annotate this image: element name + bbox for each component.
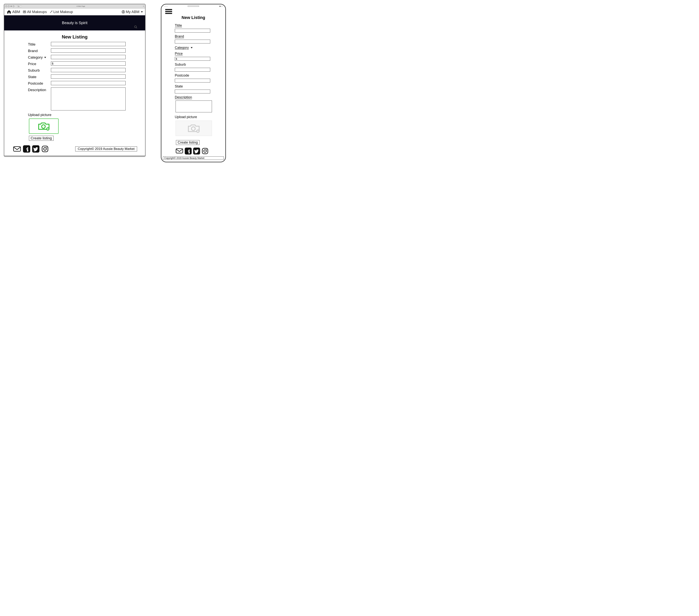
hero-banner: Beauty is Spirit xyxy=(4,15,145,30)
svg-point-4 xyxy=(123,11,124,12)
phone-notch-icon xyxy=(188,5,199,7)
caret-down-icon xyxy=(141,11,143,13)
chrome-back-icon[interactable] xyxy=(5,5,7,7)
svg-point-16 xyxy=(46,147,47,148)
page-title: New Listing xyxy=(9,34,141,40)
create-listing-button[interactable]: Create listing xyxy=(29,136,54,141)
nav-all-makeups-label: All Makeups xyxy=(27,10,47,14)
camera-plus-icon xyxy=(37,121,51,131)
label-title: Titile xyxy=(28,42,51,46)
copyright: Copyright© 2019 Aussie Beauty Market xyxy=(75,146,137,151)
label-category-text: Category xyxy=(28,55,43,59)
list-icon xyxy=(23,10,26,13)
nav-home[interactable]: ABM xyxy=(6,10,20,14)
label-suburb: Suburb xyxy=(175,63,220,67)
search-icon[interactable] xyxy=(134,25,137,30)
label-state: State xyxy=(28,75,51,79)
label-category[interactable]: Category xyxy=(175,46,220,50)
footer: Copyright© 2019 Aussie Beauty Market xyxy=(9,141,141,155)
svg-point-25 xyxy=(204,150,207,152)
instagram-icon[interactable] xyxy=(41,145,49,152)
desktop-browser-window: ✕ http:// A Web Page ≡ ABM All Makeups L… xyxy=(4,4,145,157)
suburb-input[interactable] xyxy=(51,68,126,72)
label-state: State xyxy=(175,84,220,89)
wand-icon xyxy=(50,10,53,13)
label-brand: Brand xyxy=(28,49,51,53)
svg-rect-21 xyxy=(176,149,183,153)
label-description: Description xyxy=(175,95,220,99)
twitter-icon[interactable] xyxy=(32,145,39,152)
user-circle-icon xyxy=(122,10,125,14)
caret-down-icon xyxy=(191,47,193,49)
chrome-menu-icon[interactable]: ≡ xyxy=(140,5,144,7)
nav-list-makeup[interactable]: List Makeup xyxy=(50,10,73,14)
social-row xyxy=(175,148,220,155)
title-input[interactable] xyxy=(175,29,210,32)
label-category-text: Category xyxy=(175,46,189,50)
label-price: Price xyxy=(175,52,220,56)
copyright: Copyright© 2019 Aussie Beauty Market xyxy=(163,156,224,160)
status-time: ––:–– xyxy=(164,5,168,7)
svg-point-15 xyxy=(44,148,46,150)
postcode-input[interactable] xyxy=(51,81,126,85)
mobile-phone-frame: ––:–– ▮▮ ▢ New Listing Titile Brand Cate… xyxy=(161,4,226,162)
state-input[interactable] xyxy=(51,75,126,79)
chrome-reload-icon[interactable] xyxy=(13,5,14,7)
svg-point-7 xyxy=(41,125,45,129)
brand-input[interactable] xyxy=(175,40,210,43)
create-listing-button[interactable]: Create listing xyxy=(176,140,199,145)
nav-all-makeups[interactable]: All Makeups xyxy=(23,10,47,14)
svg-rect-24 xyxy=(202,148,208,154)
label-upload: Upload picture xyxy=(28,113,141,117)
twitter-icon[interactable] xyxy=(193,148,200,155)
label-suburb: Suburb xyxy=(28,68,51,72)
nav-my-abm[interactable]: My ABM xyxy=(122,10,143,14)
price-input[interactable] xyxy=(51,62,126,66)
postcode-input[interactable] xyxy=(175,79,210,82)
description-input[interactable] xyxy=(51,88,126,110)
label-description: Description xyxy=(28,88,51,92)
upload-picture-button[interactable] xyxy=(29,119,58,134)
brand-label: ABM xyxy=(12,10,20,14)
state-input[interactable] xyxy=(175,90,210,93)
camera-plus-icon xyxy=(186,123,201,133)
listing-form-mobile: Titile Brand Category Price Suburb Postc… xyxy=(161,24,225,155)
phone-status-bar: ––:–– ▮▮ ▢ xyxy=(161,4,225,8)
label-category[interactable]: Category xyxy=(28,55,51,59)
email-icon[interactable] xyxy=(175,148,183,154)
page-title: New Listing xyxy=(161,15,225,20)
svg-rect-11 xyxy=(14,147,21,151)
label-postcode: Postcode xyxy=(28,81,51,85)
chrome-close-icon[interactable]: ✕ xyxy=(10,5,12,7)
home-icon xyxy=(6,10,12,14)
upload-picture-button[interactable] xyxy=(175,121,212,136)
browser-title: A Web Page xyxy=(23,5,140,7)
hero-tagline: Beauty is Spirit xyxy=(62,21,87,25)
address-bar[interactable]: http:// xyxy=(16,5,22,7)
label-upload: Upload picture xyxy=(175,115,220,119)
chrome-forward-icon[interactable] xyxy=(8,5,10,7)
horizontal-scrollbar[interactable] xyxy=(4,155,145,156)
suburb-input[interactable] xyxy=(175,68,210,71)
email-icon[interactable] xyxy=(13,146,21,152)
category-input[interactable] xyxy=(51,55,126,59)
title-input[interactable] xyxy=(51,42,126,46)
description-input[interactable] xyxy=(175,101,212,112)
svg-point-26 xyxy=(206,149,207,150)
hamburger-menu-button[interactable] xyxy=(165,9,172,14)
svg-point-17 xyxy=(192,127,195,131)
svg-line-6 xyxy=(136,27,137,28)
status-signal-icon: ▮▮ ▢ xyxy=(219,5,223,7)
brand-input[interactable] xyxy=(51,49,126,53)
navbar: ABM All Makeups List Makeup My ABM xyxy=(4,9,145,15)
facebook-icon[interactable] xyxy=(185,148,192,155)
caret-down-icon xyxy=(44,57,46,58)
label-brand: Brand xyxy=(175,35,220,39)
facebook-icon[interactable] xyxy=(23,145,30,152)
nav-list-makeup-label: List Makeup xyxy=(53,10,73,14)
listing-form: New Listing Titile Brand Category Price … xyxy=(4,30,145,155)
label-title: Titile xyxy=(175,24,220,28)
instagram-icon[interactable] xyxy=(202,148,209,155)
nav-my-abm-label: My ABM xyxy=(126,10,140,14)
price-input[interactable] xyxy=(175,57,210,61)
